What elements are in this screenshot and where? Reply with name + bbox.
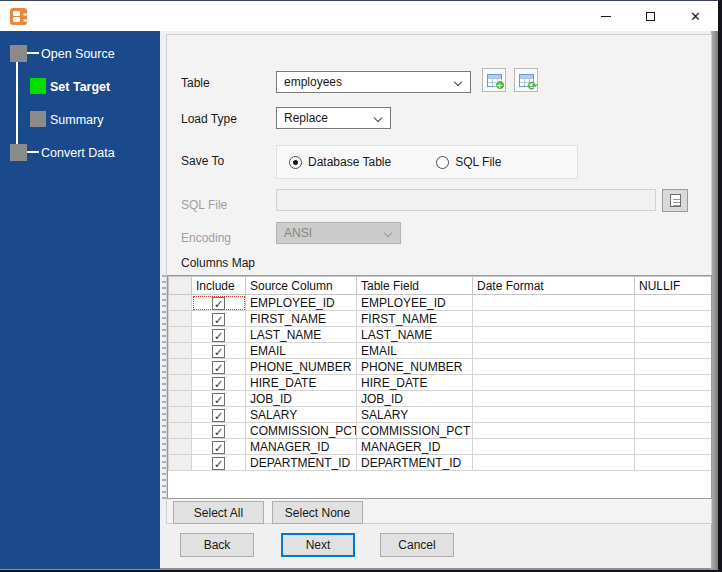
add-table-button[interactable]: + [482,68,506,92]
nullif-cell[interactable] [635,359,712,375]
table-field-cell[interactable]: COMMISSION_PCT [357,423,473,439]
date-format-cell[interactable] [473,391,635,407]
grid-header-table-field[interactable]: Table Field [357,277,473,295]
table-select[interactable]: employees [276,71,471,93]
close-button[interactable]: ✕ [673,1,718,31]
source-column-cell[interactable]: LAST_NAME [246,327,357,343]
encoding-select[interactable]: ANSI [276,222,401,244]
grid-row-selector[interactable] [169,391,192,407]
include-cell[interactable]: ✓ [192,311,246,327]
source-column-cell[interactable]: HIRE_DATE [246,375,357,391]
grid-header-row-selector[interactable] [169,277,192,295]
source-column-cell[interactable]: FIRST_NAME [246,311,357,327]
grid-row-selector[interactable] [169,311,192,327]
date-format-cell[interactable] [473,327,635,343]
checkbox-icon[interactable]: ✓ [212,297,225,310]
source-column-cell[interactable]: PHONE_NUMBER [246,359,357,375]
include-cell[interactable]: ✓ [192,327,246,343]
nullif-cell[interactable] [635,439,712,455]
date-format-cell[interactable] [473,455,635,471]
source-column-cell[interactable]: MANAGER_ID [246,439,357,455]
checkbox-icon[interactable]: ✓ [212,345,225,358]
include-cell[interactable]: ✓ [192,375,246,391]
table-field-cell[interactable]: FIRST_NAME [357,311,473,327]
checkbox-icon[interactable]: ✓ [212,409,225,422]
date-format-cell[interactable] [473,375,635,391]
table-field-cell[interactable]: LAST_NAME [357,327,473,343]
checkbox-icon[interactable]: ✓ [212,313,225,326]
checkbox-icon[interactable]: ✓ [212,425,225,438]
source-column-cell[interactable]: DEPARTMENT_ID [246,455,357,471]
table-field-cell[interactable]: EMPLOYEE_ID [357,295,473,311]
table-field-cell[interactable]: HIRE_DATE [357,375,473,391]
table-field-cell[interactable]: EMAIL [357,343,473,359]
nullif-cell[interactable] [635,311,712,327]
table-field-cell[interactable]: MANAGER_ID [357,439,473,455]
date-format-cell[interactable] [473,439,635,455]
include-cell[interactable]: ✓ [192,391,246,407]
nullif-cell[interactable] [635,327,712,343]
sql-file-input[interactable] [276,189,656,211]
back-button[interactable]: Back [180,533,254,557]
grid-row-selector[interactable] [169,327,192,343]
checkbox-icon[interactable]: ✓ [212,441,225,454]
date-format-cell[interactable] [473,407,635,423]
date-format-cell[interactable] [473,311,635,327]
nullif-cell[interactable] [635,295,712,311]
browse-sql-file-button[interactable] [662,189,688,212]
select-none-button[interactable]: Select None [272,501,363,524]
include-cell[interactable]: ✓ [192,343,246,359]
next-button[interactable]: Next [281,533,355,557]
maximize-button[interactable] [628,1,673,31]
nullif-cell[interactable] [635,423,712,439]
grid-row-selector[interactable] [169,423,192,439]
checkbox-icon[interactable]: ✓ [212,361,225,374]
nullif-cell[interactable] [635,343,712,359]
table-field-cell[interactable]: JOB_ID [357,391,473,407]
grid-row-selector[interactable] [169,295,192,311]
minimize-button[interactable] [583,1,628,31]
source-column-cell[interactable]: COMMISSION_PCT [246,423,357,439]
include-cell[interactable]: ✓ [192,455,246,471]
source-column-cell[interactable]: EMPLOYEE_ID [246,295,357,311]
checkbox-icon[interactable]: ✓ [212,393,225,406]
checkbox-icon[interactable]: ✓ [212,329,225,342]
grid-row-selector[interactable] [169,455,192,471]
select-all-button[interactable]: Select All [173,501,264,524]
include-cell[interactable]: ✓ [192,295,246,311]
nullif-cell[interactable] [635,391,712,407]
nullif-cell[interactable] [635,407,712,423]
table-field-cell[interactable]: SALARY [357,407,473,423]
radio-sql-file[interactable]: SQL File [436,155,501,169]
source-column-cell[interactable]: JOB_ID [246,391,357,407]
include-cell[interactable]: ✓ [192,423,246,439]
load-type-select[interactable]: Replace [276,107,391,129]
grid-header-date-format[interactable]: Date Format [473,277,635,295]
table-field-cell[interactable]: PHONE_NUMBER [357,359,473,375]
refresh-tables-button[interactable]: ⟳ [514,68,538,92]
date-format-cell[interactable] [473,295,635,311]
cancel-button[interactable]: Cancel [380,533,454,557]
include-cell[interactable]: ✓ [192,407,246,423]
grid-header-include[interactable]: Include [192,277,246,295]
date-format-cell[interactable] [473,359,635,375]
radio-database-table[interactable]: Database Table [289,155,391,169]
grid-row-selector[interactable] [169,439,192,455]
include-cell[interactable]: ✓ [192,439,246,455]
splitter-grip[interactable] [162,275,166,499]
checkbox-icon[interactable]: ✓ [212,457,225,470]
source-column-cell[interactable]: SALARY [246,407,357,423]
grid-header-nullif[interactable]: NULLIF [635,277,712,295]
grid-row-selector[interactable] [169,343,192,359]
source-column-cell[interactable]: EMAIL [246,343,357,359]
nullif-cell[interactable] [635,375,712,391]
checkbox-icon[interactable]: ✓ [212,377,225,390]
table-field-cell[interactable]: DEPARTMENT_ID [357,455,473,471]
nullif-cell[interactable] [635,455,712,471]
date-format-cell[interactable] [473,343,635,359]
grid-header-source-column[interactable]: Source Column [246,277,357,295]
date-format-cell[interactable] [473,423,635,439]
include-cell[interactable]: ✓ [192,359,246,375]
grid-row-selector[interactable] [169,407,192,423]
grid-row-selector[interactable] [169,375,192,391]
